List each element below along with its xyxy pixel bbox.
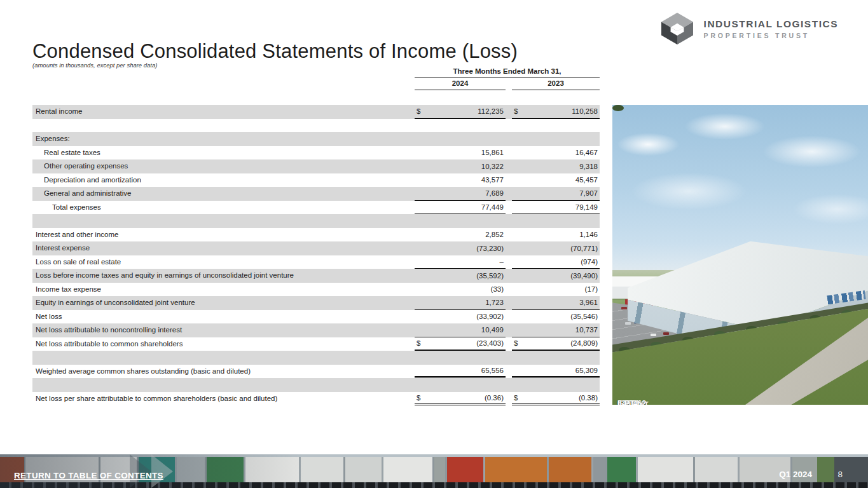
value-cell-2024 [415,351,506,365]
table-row [32,119,600,133]
row-label: General and administrative [32,187,415,201]
value-cell-2024: – [415,255,506,269]
table-row: Interest expense (73,230) (70,771) [32,241,600,255]
company-logo: INDUSTRIAL LOGISTICS PROPERTIES TRUST [658,13,838,44]
value-cell-2023: 9,318 [512,159,600,173]
row-label [32,351,415,365]
value-text-2024: (23,403) [476,339,504,347]
table-row: Other operating expenses 10,322 9,318 [32,159,600,173]
row-label: Interest expense [32,241,415,255]
slide-page: { "header": { "title": "Condensed Consol… [0,0,868,488]
value-cell-2024 [415,119,506,133]
table-row: Real estate taxes 15,861 16,467 [32,146,600,160]
return-to-toc-link[interactable]: RETURN TO TABLE OF CONTENTS [14,471,163,480]
value-cell-2023: (974) [512,255,600,269]
table-row: Net loss attributable to noncontrolling … [32,323,600,337]
value-cell-2023: 79,149 [512,201,600,215]
property-photo: 17001 Mercury Street Gardner, KS 645,462… [612,105,868,405]
value-text-2023: 65,309 [575,367,598,374]
year-header-row: 2024 2023 [32,78,600,90]
value-cell-2023 [512,119,600,133]
dollar-sign: $ [514,107,518,115]
value-text-2023: (70,771) [570,245,598,252]
logo-line1: INDUSTRIAL LOGISTICS [704,18,838,30]
table-row: Loss before income taxes and equity in e… [32,269,600,283]
column-header-2024: 2024 [415,78,506,90]
value-text-2023: 79,149 [575,203,598,211]
logo-text: INDUSTRIAL LOGISTICS PROPERTIES TRUST [704,18,838,39]
value-text-2023: 9,318 [579,163,598,170]
value-cell-2024: 2,852 [415,228,506,242]
value-cell-2024: 65,556 [415,365,506,379]
value-cell-2024: 7,689 [415,187,506,201]
value-text-2024: (0.36) [485,394,504,402]
value-text-2023: 1,146 [579,231,598,238]
value-text-2024: (35,592) [476,272,504,280]
value-cell-2023 [512,378,600,392]
value-text-2024: 112,235 [478,107,504,115]
table-row: Rental income $ 112,235 $ 110,258 [32,105,600,119]
table-row: Expenses: [32,132,600,146]
value-cell-2024: $ (23,403) [415,337,506,351]
value-text-2023: 3,961 [579,299,598,306]
value-cell-2024 [415,132,506,146]
value-cell-2023: $ 110,258 [512,105,600,119]
dollar-sign: $ [417,339,420,347]
value-text-2024: (33,902) [476,313,504,320]
row-label: Loss on sale of real estate [32,255,415,269]
value-text-2024: 10,499 [481,326,504,334]
value-cell-2024: (73,230) [415,241,506,255]
row-label: Interest and other income [32,228,415,242]
value-cell-2023: 1,146 [512,228,600,242]
income-table-body: Rental income $ 112,235 $ 110,258 Expens… [32,105,600,405]
value-cell-2023: 16,467 [512,146,600,160]
value-cell-2023 [512,351,600,365]
value-text-2023: 10,737 [575,326,598,334]
row-label: Real estate taxes [32,146,415,160]
table-row: Weighted average common shares outstandi… [32,365,600,379]
table-row: Income tax expense (33) (17) [32,283,600,297]
table-row: Net loss (33,902) (35,546) [32,310,600,324]
fence-trees [612,105,624,111]
value-cell-2023: (39,490) [512,269,600,283]
value-text-2023: (24,809) [570,339,598,347]
value-text-2024: 15,861 [481,149,504,156]
ilpt-cube-icon [658,13,696,44]
table-row: Total expenses 77,449 79,149 [32,201,600,215]
footer-photo-strip: RETURN TO TABLE OF CONTENTS Q1 2024 8 [0,454,868,488]
row-label: Net loss attributable to common sharehol… [32,337,415,351]
value-text-2024: 2,852 [485,231,504,238]
value-cell-2023: (17) [512,283,600,297]
value-text-2023: 16,467 [575,149,598,156]
value-cell-2024: (33) [415,283,506,297]
period-header-row: Three Months Ended March 31, [32,66,600,78]
value-text-2023: (0.38) [579,394,598,402]
row-label: Net loss per share attributable to commo… [32,392,415,406]
income-statement-table: Three Months Ended March 31, 2024 2023 R… [32,66,600,405]
table-row [32,351,600,365]
table-row: General and administrative 7,689 7,907 [32,187,600,201]
dollar-sign: $ [417,394,420,402]
value-cell-2024 [415,378,506,392]
value-text-2023: (39,490) [570,272,598,280]
value-text-2024: 65,556 [481,367,504,374]
dollar-sign: $ [417,107,420,115]
value-cell-2024: $ 112,235 [415,105,506,119]
quarter-label: Q1 2024 [779,470,812,479]
value-cell-2023: $ (0.38) [512,392,600,406]
value-text-2024: 10,322 [481,163,504,170]
value-cell-2023: 3,961 [512,296,600,310]
column-header-2023: 2023 [512,78,600,90]
value-text-2023: 110,258 [572,107,598,115]
value-cell-2024: 10,322 [415,159,506,173]
row-label [32,119,415,133]
value-text-2024: – [500,258,504,266]
value-cell-2024: 15,861 [415,146,506,160]
row-label: Weighted average common shares outstandi… [32,365,415,379]
row-label: Equity in earnings of unconsolidated joi… [32,296,415,310]
value-cell-2023: (70,771) [512,241,600,255]
table-row [32,378,600,392]
value-text-2023: 45,457 [575,176,598,184]
value-cell-2024: $ (0.36) [415,392,506,406]
row-label: Net loss [32,310,415,324]
